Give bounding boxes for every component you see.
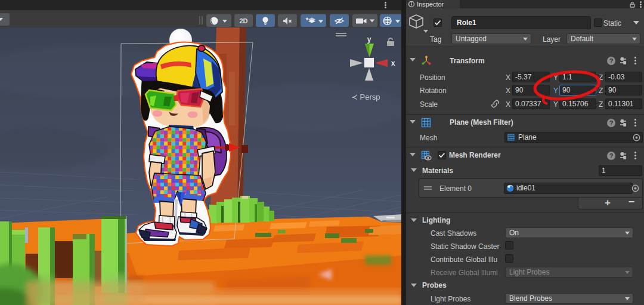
svg-text:?: ? — [609, 57, 614, 64]
svg-text:≺ Persp: ≺ Persp — [351, 93, 380, 101]
svg-text:x: x — [391, 59, 395, 67]
svg-text:y: y — [367, 35, 371, 44]
svg-text:?: ? — [609, 152, 614, 159]
svg-text:?: ? — [609, 119, 614, 127]
